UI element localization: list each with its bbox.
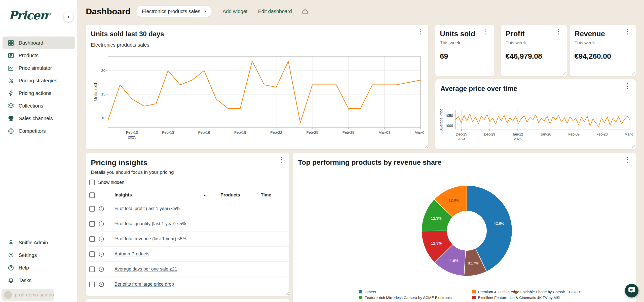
sidebar-item-price-simulator[interactable]: Price simulator [3, 62, 75, 74]
chat-launcher-button[interactable] [625, 284, 638, 297]
kebab-menu-icon[interactable]: ⋮ [278, 156, 285, 164]
insight-link[interactable]: % of total revenue (last 1 year) ≤5% [115, 236, 186, 241]
svg-text:Feb-19: Feb-19 [234, 130, 246, 135]
column-header-insights[interactable]: Insights [115, 192, 132, 198]
environment-label: prod-demo-sampo [15, 292, 54, 298]
svg-text:?: ? [101, 222, 102, 226]
page-title: Dashboard [86, 7, 131, 16]
svg-text:15: 15 [101, 92, 105, 96]
select-all-checkbox[interactable] [89, 192, 95, 198]
kebab-menu-icon[interactable]: ⋮ [417, 28, 424, 36]
insight-link[interactable]: Benefits from large price drop [115, 282, 174, 287]
help-icon[interactable]: ? [98, 281, 104, 287]
sidebar-item-help[interactable]: Help [3, 261, 75, 274]
sidebar-item-dashboard[interactable]: Dashboard [3, 37, 75, 49]
sidebar-item-label: Competitors [19, 128, 46, 134]
environment-badge: prod-demo-sampo [2, 289, 54, 301]
svg-text:11.6%: 11.6% [448, 258, 458, 263]
legend-item[interactable]: Feature-rich Mirrorless Camera by ACME E… [359, 295, 453, 300]
help-icon[interactable]: ? [98, 221, 104, 227]
price-simulator-icon [8, 65, 14, 72]
insight-link[interactable]: % of total profit (last 1 year) ≤5% [115, 206, 180, 211]
resize-handle-icon[interactable] [489, 72, 493, 75]
svg-text:?: ? [101, 207, 102, 211]
sidebar-item-settings[interactable]: Settings [3, 249, 75, 261]
add-widget-button[interactable]: Add widget [222, 9, 247, 14]
row-checkbox[interactable] [89, 236, 95, 242]
insight-link[interactable]: % of total quantity (last 1 year) ≤5% [115, 221, 186, 226]
insights-table: Insights ▲ Products Time ?% of total pro… [88, 189, 289, 292]
collections-icon [8, 103, 14, 109]
products-icon [8, 52, 14, 59]
sidebar-item-tasks[interactable]: Tasks [3, 274, 75, 287]
lock-icon[interactable] [301, 8, 309, 15]
insight-link[interactable]: Average days per one sale ≥21 [115, 266, 177, 272]
insight-row: ?Average days per one sale ≥21 [88, 262, 289, 277]
sidebar-item-label: Dashboard [19, 40, 43, 46]
legend-item[interactable]: Others [359, 289, 453, 295]
widget-subtitle: Electronics products sales [91, 42, 422, 48]
sidebar-item-pricing-actions[interactable]: Pricing actions [3, 87, 75, 99]
widget-title: Units sold last 30 days [91, 30, 422, 38]
svg-text:20: 20 [101, 68, 105, 73]
svg-text:Mar-03: Mar-03 [378, 130, 391, 135]
settings-icon [8, 252, 14, 259]
sidebar-item-label: Pricing strategies [19, 78, 57, 84]
sidebar-item-label: Price simulator [19, 65, 52, 71]
kebab-menu-icon[interactable]: ⋮ [624, 28, 631, 36]
resize-handle-icon[interactable] [285, 291, 289, 295]
legend-item[interactable]: Excellent Feature-rich & Cinematic 4K TV… [472, 295, 580, 300]
dashboard-icon [8, 40, 14, 46]
svg-text:Jan-26: Jan-26 [540, 132, 551, 136]
sidebar-item-competitors[interactable]: Competitors [3, 125, 75, 137]
admin-icon [8, 239, 14, 246]
svg-text:12.3%: 12.3% [431, 216, 442, 220]
svg-text:Feb-09: Feb-09 [568, 132, 580, 136]
sidebar-item-label: Collections [19, 103, 43, 109]
row-checkbox[interactable] [89, 251, 95, 257]
sidebar-item-products[interactable]: Products [3, 49, 75, 62]
sidebar-item-label: Settings [19, 252, 37, 258]
resize-handle-icon[interactable] [562, 72, 566, 75]
widget-title: Pricing insights [91, 158, 283, 167]
sales-channels-icon [8, 115, 14, 122]
dashboard-selector[interactable]: Electronics products sales ▾ [136, 6, 212, 17]
insight-link[interactable]: Autumn Products [115, 251, 149, 256]
legend-item[interactable]: Excellent & Immersive Samsung High-resol… [472, 300, 580, 302]
sort-ascending-icon[interactable]: ▲ [203, 193, 206, 197]
sidebar-item-sniffie-admin[interactable]: Sniffie Admin [3, 236, 75, 249]
legend-item[interactable]: Sony Modern LED TV [359, 300, 453, 302]
help-icon[interactable]: ? [98, 266, 104, 272]
kebab-menu-icon[interactable]: ⋮ [555, 28, 562, 36]
legend-label: Others [365, 290, 376, 294]
sidebar-item-sales-channels[interactable]: Sales channels [3, 112, 75, 125]
sidebar-collapse-button[interactable]: ‹ [63, 12, 74, 22]
pricing-strategies-icon [8, 77, 14, 84]
help-icon[interactable]: ? [98, 236, 104, 242]
average-price-line-chart: 10001050Dec-152024Dec-29Jan-122025Jan-26… [438, 103, 633, 147]
show-hidden-checkbox[interactable] [89, 180, 95, 185]
legend-item[interactable]: Premium & Cutting-edge Foldable Phone by… [472, 289, 580, 295]
kebab-menu-icon[interactable]: ⋮ [624, 82, 631, 90]
resize-handle-icon[interactable] [424, 145, 428, 148]
resize-handle-icon[interactable] [631, 72, 635, 75]
svg-text:Dec-152024: Dec-152024 [456, 132, 467, 141]
row-checkbox[interactable] [89, 221, 95, 227]
sidebar-item-pricing-strategies[interactable]: Pricing strategies [3, 74, 75, 87]
show-hidden-label: Show hidden [98, 180, 124, 185]
svg-text:Average Price: Average Price [439, 109, 443, 131]
row-checkbox[interactable] [89, 266, 95, 272]
sidebar-item-collections[interactable]: Collections [3, 99, 75, 112]
edit-dashboard-button[interactable]: Edit dashboard [258, 9, 292, 14]
chevron-down-icon: ▾ [204, 9, 206, 14]
widget-subtitle: Details you should focus in your pricing [91, 170, 283, 175]
row-checkbox[interactable] [89, 206, 95, 212]
help-icon[interactable]: ? [98, 251, 104, 257]
column-header-time[interactable]: Time [261, 192, 289, 198]
svg-text:Feb-25: Feb-25 [306, 130, 318, 135]
row-checkbox[interactable] [89, 282, 95, 287]
column-header-products[interactable]: Products [220, 192, 261, 198]
widget-top-products: Top performing products by revenue share… [293, 153, 636, 302]
help-icon[interactable]: ? [98, 206, 104, 212]
kebab-menu-icon[interactable]: ⋮ [482, 28, 489, 36]
